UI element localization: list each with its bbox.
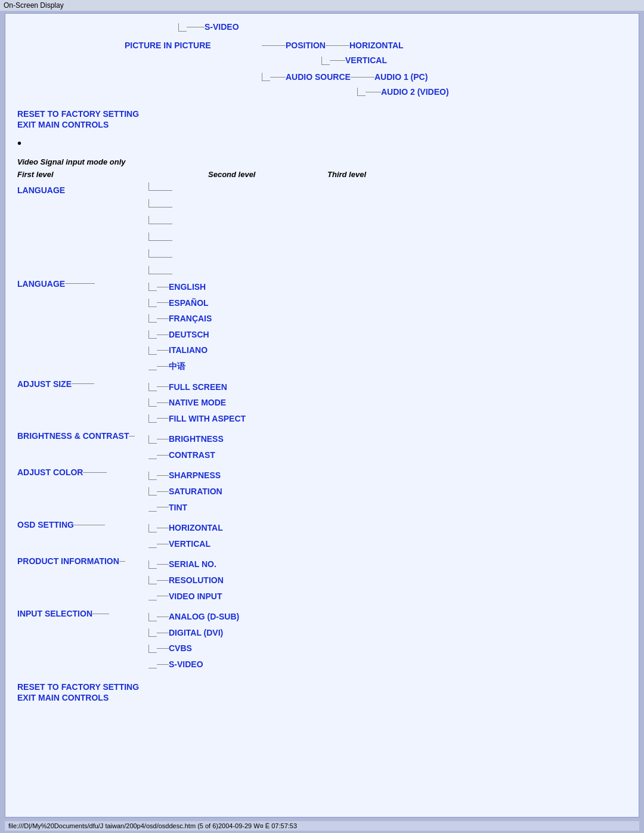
bullet-point: • — [17, 137, 627, 150]
adjust-size-label: ADJUST SIZE — [17, 379, 72, 389]
cvbs: CVBS — [169, 640, 192, 657]
input-selection-label: INPUT SELECTION — [17, 609, 92, 618]
lang-espanol: ESPAÑOL — [169, 295, 209, 311]
reset-top: RESET TO FACTORY SETTING — [17, 109, 627, 119]
digital-dvi: DIGITAL (DVI) — [169, 625, 223, 641]
brightness-label: BRIGHTNESS — [169, 431, 224, 447]
resolution: RESOLUTION — [169, 572, 224, 589]
osd-vertical: VERTICAL — [169, 536, 210, 552]
exit-top: EXIT MAIN CONTROLS — [17, 120, 627, 129]
video-heading: Video Signal input mode only — [17, 157, 627, 166]
video-heading-text: Video Signal input mode only — [17, 157, 126, 166]
saturation-label: SATURATION — [169, 484, 222, 500]
osd-branches: HORIZONTAL VERTICAL — [148, 520, 223, 552]
col3-header: Third level — [327, 170, 366, 179]
analog-dsub: ANALOG (D-SUB) — [169, 609, 239, 625]
osd-horizontal: HORIZONTAL — [169, 520, 223, 536]
reset-bottom: RESET TO FACTORY SETTING — [17, 682, 627, 692]
contrast-label: CONTRAST — [169, 447, 215, 463]
audio-source-label: AUDIO SOURCE — [286, 70, 351, 85]
lang-deutsch: DEUTSCH — [169, 327, 209, 343]
product-info-label: PRODUCT INFORMATION — [17, 556, 119, 566]
language-section: LANGUAGE ENGLISH ESPAÑOL FRANÇAIS — [17, 279, 627, 374]
fill-with-aspect: FILL WITH ASPECT — [169, 411, 246, 427]
native-mode: NATIVE MODE — [169, 395, 226, 411]
pi-branches: SERIAL NO. RESOLUTION VIDEO INPUT — [148, 556, 224, 604]
sharpness-label: SHARPNESS — [169, 467, 221, 484]
column-headers: First level Second level Third level — [17, 170, 627, 179]
bc-branches: BRIGHTNESS CONTRAST — [148, 431, 224, 463]
brightness-contrast-label: BRIGHTNESS & CONTRAST — [17, 431, 129, 441]
language-branches: ENGLISH ESPAÑOL FRANÇAIS DEUTSCH ITALIAN — [148, 279, 212, 374]
title-bar: On-Screen Display — [0, 0, 644, 11]
lang-italiano: ITALIANO — [169, 342, 208, 358]
hline — [187, 27, 205, 27]
position-label: POSITION — [286, 38, 326, 53]
serial-no: SERIAL NO. — [169, 556, 216, 572]
audio1-label: AUDIO 1 (PC) — [374, 70, 428, 85]
audio-source-row: AUDIO SOURCE AUDIO 1 (PC) — [262, 70, 627, 85]
reset-bottom-label: RESET TO FACTORY SETTING — [17, 682, 139, 692]
language-tree: LANGUAGE — [17, 182, 627, 274]
adjust-size-branches: FULL SCREEN NATIVE MODE FILL WITH ASPECT — [148, 379, 246, 427]
exit-bottom-label: EXIT MAIN CONTROLS — [17, 693, 109, 702]
audio2-label: AUDIO 2 (VIDEO) — [381, 85, 449, 100]
audio2-row: AUDIO 2 (VIDEO) — [357, 85, 627, 100]
reset-top-label: RESET TO FACTORY SETTING — [17, 109, 139, 119]
exit-top-label: EXIT MAIN CONTROLS — [17, 120, 109, 129]
tint-label: TINT — [169, 500, 187, 516]
main-content: S-VIDEO PICTURE IN PICTURE POSITION HORI… — [5, 13, 639, 817]
horizontal-label: HORIZONTAL — [349, 38, 404, 53]
adjust-size-section: ADJUST SIZE FULL SCREEN NATIVE MODE FILL… — [17, 379, 627, 427]
video-input: VIDEO INPUT — [169, 589, 222, 605]
pip-row: PICTURE IN PICTURE POSITION HORIZONTAL — [125, 38, 627, 53]
vertical-label: VERTICAL — [345, 53, 387, 68]
svideo-label: S-VIDEO — [205, 20, 239, 35]
lang-chinese: 中语 — [169, 358, 185, 374]
ac-branches: SHARPNESS SATURATION TINT — [148, 467, 222, 515]
svideo-row: S-VIDEO — [178, 20, 627, 35]
is-branches: ANALOG (D-SUB) DIGITAL (DVI) CVBS S-VIDE… — [148, 609, 239, 672]
svideo-input: S-VIDEO — [169, 657, 203, 673]
status-bar-text: file:///D|/My%20Documents/dfu/J taiwan/2… — [8, 822, 297, 829]
osd-setting-label: OSD SETTING — [17, 520, 74, 529]
adjust-color-label: ADJUST COLOR — [17, 467, 83, 477]
top-tree: S-VIDEO PICTURE IN PICTURE POSITION HORI… — [125, 20, 627, 100]
brightness-contrast-section: BRIGHTNESS & CONTRAST BRIGHTNESS CONTRAS… — [17, 431, 627, 463]
lang-english: ENGLISH — [169, 279, 206, 295]
adjust-color-section: ADJUST COLOR SHARPNESS SATURATION TINT — [17, 467, 627, 515]
input-selection-section: INPUT SELECTION ANALOG (D-SUB) DIGITAL (… — [17, 609, 627, 672]
product-info-section: PRODUCT INFORMATION SERIAL NO. RESOLUTIO… — [17, 556, 627, 604]
title-text: On-Screen Display — [4, 1, 64, 10]
exit-bottom: EXIT MAIN CONTROLS — [17, 693, 627, 702]
col2-header: Second level — [208, 170, 327, 179]
vertical-row: VERTICAL — [321, 53, 627, 68]
status-bar: file:///D|/My%20Documents/dfu/J taiwan/2… — [5, 821, 639, 831]
full-screen: FULL SCREEN — [169, 379, 227, 395]
language-l1: LANGUAGE — [17, 182, 148, 199]
col1-header: First level — [17, 170, 148, 179]
lang-francais: FRANÇAIS — [169, 311, 212, 327]
osd-setting-section: OSD SETTING HORIZONTAL VERTICAL — [17, 520, 627, 552]
language-label: LANGUAGE — [17, 279, 65, 289]
pip-label: PICTURE IN PICTURE — [125, 38, 262, 53]
